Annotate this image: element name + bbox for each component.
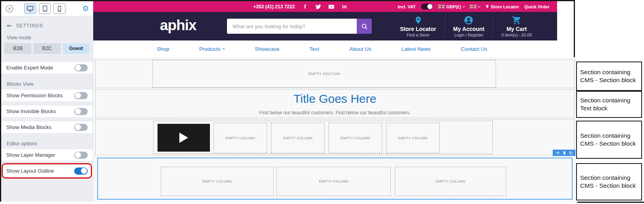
chevron-down-icon [462,5,465,8]
annotation-text: CMS - Section block [580,76,641,84]
site-nav: Shop Products Showcase Test About Us Lat… [93,40,557,57]
uk-flag-icon [470,4,477,9]
my-cart-title: My Cart [502,26,532,32]
gear-icon[interactable]: ⚙ [82,5,89,12]
tablet-device-icon[interactable] [39,3,51,14]
empty-column-block[interactable]: EMPTY COLUMN [161,167,274,196]
empty-column-label: EMPTY COLUMN [283,136,312,140]
annotation-text: Section containing [580,174,641,182]
empty-column-label: EMPTY COLUMN [340,136,370,140]
empty-column-block[interactable]: EMPTY COLUMN [271,123,325,153]
desktop-device-icon[interactable] [24,3,36,14]
mobile-device-icon[interactable] [54,3,65,14]
location-pin-icon [485,4,489,9]
site-header: aphix Store Locator Find a Store My Acco… [93,12,557,40]
nav-item-test[interactable]: Test [310,46,319,52]
empty-section-label: EMPTY SECTION [308,72,340,76]
back-arrow-icon[interactable]: ← [7,22,12,29]
settings-header[interactable]: ← SETTINGS [1,16,93,33]
annotation-text: Section containing [580,96,641,104]
youtube-icon[interactable] [329,4,334,10]
expert-mode-toggle[interactable] [74,64,88,71]
layout-outline-toggle[interactable] [74,167,88,175]
view-mode-label: View mode [1,33,93,42]
empty-section-block[interactable]: EMPTY SECTION [152,60,496,88]
cms-section-2[interactable]: EMPTY COLUMN EMPTY COLUMN EMPTY COLUMN E… [95,119,575,155]
permission-blocks-row: Show Permission Blocks [1,90,93,101]
header-my-cart[interactable]: My Cart 0 item(s) - £0.00 [493,15,540,37]
search-button[interactable] [357,19,372,34]
duplicate-icon[interactable] [569,151,573,155]
annotation-text: Section containing [580,68,641,76]
layout-outline-row: Show Layout Outline [1,165,93,177]
facebook-icon[interactable]: f [302,4,308,10]
text-section[interactable]: Title Goes Here Find below our beautiful… [95,89,575,118]
move-icon[interactable] [556,151,560,155]
my-account-subtitle: Login / Register [453,33,484,37]
language-selector[interactable] [470,4,480,9]
cms-section-3-selected[interactable]: EMPTY COLUMN EMPTY COLUMN EMPTY COLUMN [97,158,573,200]
currency-selector[interactable]: GBP(£) [438,4,465,9]
annotation-text: Section containing [580,132,641,140]
quick-order-link[interactable]: Quick Order [524,4,550,9]
section-title: Title Goes Here [96,92,574,106]
search-input[interactable] [227,19,357,34]
topbar-contact-group: +353 (41) 213 7222 f in [253,1,347,12]
frame-bottom-border [577,202,644,203]
trash-icon[interactable] [563,151,566,155]
linkedin-icon[interactable]: in [342,4,347,10]
site-topbar: +353 (41) 213 7222 f in Incl. VAT GBP(£)… [93,1,557,12]
invisible-blocks-toggle[interactable] [74,108,88,115]
nav-item-shop[interactable]: Shop [157,46,169,52]
empty-column-block[interactable]: EMPTY COLUMN [213,123,267,153]
nav-item-contact-us[interactable]: Contact Us [461,46,487,52]
topbar-store-locator-link[interactable]: Store Locator [485,4,519,9]
nav-item-about-us[interactable]: About Us [349,46,371,52]
nav-item-showcase[interactable]: Showcase [255,46,279,52]
close-icon[interactable] [5,4,14,13]
empty-column-label: EMPTY COLUMN [202,179,232,183]
device-preview-switcher [24,3,65,14]
empty-column-label: EMPTY COLUMN [436,179,465,183]
invisible-blocks-label: Show Invisible Blocks [6,108,56,114]
view-mode-guest-button[interactable]: Guest [63,43,90,54]
media-blocks-toggle[interactable] [74,124,88,131]
vat-toggle[interactable] [421,4,433,10]
columns-row[interactable]: EMPTY COLUMN EMPTY COLUMN EMPTY COLUMN E… [153,121,493,154]
section-subtitle: Find below our beautiful customers. Find… [96,110,574,115]
view-mode-b2b-button[interactable]: B2B [4,43,31,54]
media-blocks-row: Show Media Blocks [1,121,93,133]
header-store-locator[interactable]: Store Locator Find a Store [392,15,444,37]
annotation-box: Section containing Text block [576,91,642,118]
uk-flag-icon [438,4,445,9]
layer-manager-row: Show Layer Manager [1,149,93,161]
empty-column-block[interactable]: EMPTY COLUMN [386,123,440,153]
empty-column-block[interactable]: EMPTY COLUMN [395,167,506,196]
phone-number: +353 (41) 213 7222 [253,4,295,10]
media-blocks-label: Show Media Blocks [6,124,51,130]
twitter-icon[interactable] [315,4,321,10]
video-block[interactable] [158,124,210,152]
topbar-utility-group: Incl. VAT GBP(£) Store Locator Quick Ord… [398,1,550,12]
header-my-account[interactable]: My Account Login / Register [444,15,493,37]
my-cart-subtitle: 0 item(s) - £0.00 [502,33,532,37]
settings-sidebar: ⚙ ← SETTINGS View mode B2B B2C Guest Ena… [1,1,93,202]
nav-item-latest-news[interactable]: Latest News [401,46,431,52]
view-mode-b2c-button[interactable]: B2C [33,43,60,54]
empty-column-block[interactable]: EMPTY COLUMN [277,167,391,196]
blocks-view-label: Blocks View [1,79,93,89]
cms-section-1[interactable]: EMPTY SECTION [95,60,575,88]
quick-order-label: Quick Order [524,4,550,9]
layer-manager-toggle[interactable] [74,152,88,159]
nav-item-products[interactable]: Products [199,46,225,52]
user-account-icon [453,15,484,25]
permission-blocks-toggle[interactable] [74,92,88,99]
page-canvas: EMPTY SECTION Title Goes Here Find below… [93,57,576,202]
play-icon[interactable] [179,133,188,143]
empty-column-block[interactable]: EMPTY COLUMN [329,123,382,153]
aphix-logo[interactable]: aphix [160,17,196,34]
annotation-text: CMS - Section block [580,140,641,148]
layer-manager-label: Show Layer Manager [6,152,56,158]
chevron-up-icon [222,48,225,51]
topbar-store-locator-label: Store Locator [491,4,519,9]
